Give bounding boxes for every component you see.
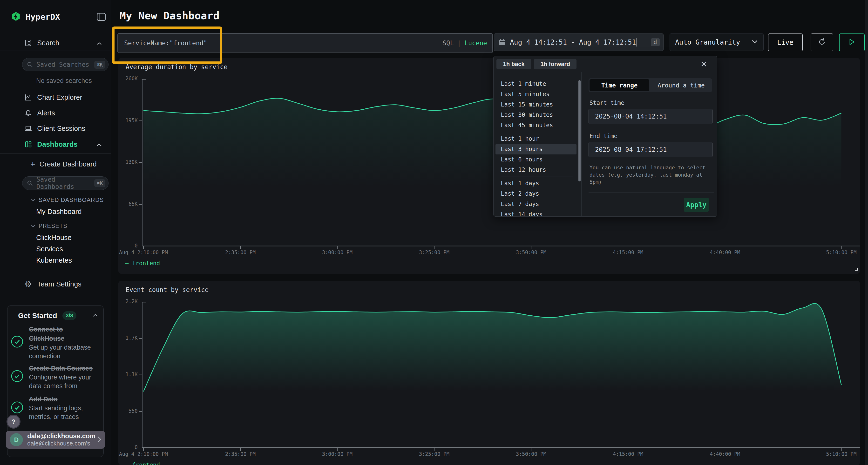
chart-panel-avg-duration[interactable]: Average duration by service 065K130K195K… <box>118 58 860 274</box>
sidebar-item-kubernetes[interactable]: Kubernetes <box>36 256 72 264</box>
y-tick-label: 0 <box>134 243 138 248</box>
y-tick-label: 2.2K <box>125 299 138 304</box>
chevron-up-icon <box>96 39 102 47</box>
relative-time-option[interactable]: Last 1 days <box>495 178 577 189</box>
relative-time-option[interactable]: Last 1 hour <box>495 134 577 144</box>
help-button[interactable]: ? <box>6 414 21 429</box>
tab-around-a-time[interactable]: Around a time <box>651 79 711 91</box>
sidebar-item-services[interactable]: Services <box>36 245 63 253</box>
x-tick-label: 5:10:00 PM <box>826 250 857 255</box>
shortcut-badge: ⌘K <box>94 179 105 187</box>
relative-time-option[interactable]: Last 2 days <box>495 189 577 199</box>
relative-time-option[interactable]: Last 45 minutes <box>495 120 577 131</box>
relative-time-option[interactable]: Last 15 minutes <box>495 100 577 110</box>
lucene-mode-button[interactable]: Lucene <box>464 39 487 47</box>
calendar-icon <box>499 38 506 46</box>
section-presets[interactable]: PRESETS <box>31 223 67 229</box>
app-name: HyperDX <box>26 12 60 22</box>
start-time-input[interactable]: 2025-08-04 14:12:51 <box>589 109 712 124</box>
refresh-button[interactable] <box>811 33 833 51</box>
y-tick-label: 65K <box>128 201 138 207</box>
x-tick-label: 2:35:00 PM <box>225 451 255 457</box>
x-tick-label: Aug 4 2:10:00 PM <box>119 451 168 457</box>
y-tick-label: 130K <box>125 159 138 165</box>
no-saved-searches-text: No saved searches <box>36 77 92 85</box>
sidebar-item-my-dashboard[interactable]: My Dashboard <box>36 208 82 215</box>
sidebar-item-label: Dashboards <box>37 140 78 148</box>
live-button[interactable]: Live <box>768 33 803 51</box>
end-time-input[interactable]: 2025-08-04 17:12:51 <box>589 142 712 157</box>
relative-time-option[interactable]: Last 12 hours <box>495 165 577 175</box>
laptop-icon <box>24 124 32 133</box>
chevron-up-icon[interactable] <box>93 313 98 318</box>
close-icon[interactable]: ✕ <box>701 60 707 68</box>
divider <box>494 72 717 72</box>
granularity-select[interactable]: Auto Granularity <box>670 33 764 51</box>
legend-label: frontend <box>132 462 160 465</box>
checklist-item[interactable]: Add Data Start sending logs, metrics, or… <box>29 395 96 421</box>
shift-back-button[interactable]: 1h back <box>496 59 531 69</box>
relative-time-option[interactable]: Last 7 days <box>495 199 577 209</box>
relative-time-option[interactable]: Last 3 hours <box>495 144 577 155</box>
sidebar-item-label: Client Sessions <box>37 125 85 133</box>
relative-time-option[interactable]: Last 30 minutes <box>495 110 577 120</box>
sidebar-item-clickhouse[interactable]: ClickHouse <box>36 234 72 242</box>
relative-time-option[interactable]: Last 14 days <box>495 209 577 217</box>
create-dashboard-button[interactable]: + Create Dashboard <box>30 160 97 169</box>
live-label: Live <box>777 38 793 46</box>
user-account-chip[interactable]: D dale@clickhouse.com dale@clickhouse.co… <box>6 431 105 449</box>
resize-handle-icon[interactable] <box>854 267 858 272</box>
chevron-up-icon <box>96 140 102 148</box>
get-started-badge: 3/3 <box>62 311 77 320</box>
sidebar-item-client-sessions[interactable]: Client Sessions <box>0 122 111 135</box>
help-label: ? <box>11 418 16 426</box>
plus-icon: + <box>30 160 35 169</box>
chart-panel-event-count[interactable]: Event count by service 05501.1K1.7K2.2K … <box>118 281 860 465</box>
saved-dashboards-placeholder: Saved Dashboards <box>36 176 94 190</box>
section-saved-dashboards[interactable]: SAVED DASHBOARDS <box>31 197 104 203</box>
tab-time-range[interactable]: Time range <box>590 79 649 91</box>
page-edge-scroll-gutter[interactable] <box>865 0 868 465</box>
check-circle-icon <box>11 401 23 414</box>
end-time-value: 2025-08-04 17:12:51 <box>595 146 667 153</box>
get-started-header[interactable]: Get Started 3/3 <box>18 311 98 320</box>
sidebar-item-alerts[interactable]: Alerts <box>0 106 111 120</box>
play-icon <box>849 38 855 46</box>
shortcut-badge: ⌘K <box>94 61 105 69</box>
shift-forward-button[interactable]: 1h forward <box>534 59 577 69</box>
relative-time-option[interactable]: Last 6 hours <box>495 155 577 165</box>
sidebar-item-team-settings[interactable]: ⚙ Team Settings <box>0 277 111 291</box>
x-tick-label: 3:50:00 PM <box>516 250 546 255</box>
x-tick-label: 4:15:00 PM <box>613 451 643 457</box>
check-circle-icon <box>11 335 23 349</box>
run-query-button[interactable] <box>839 33 865 51</box>
dashboards-icon <box>24 140 32 148</box>
time-range-input[interactable]: Aug 4 14:12:51 - Aug 4 17:12:51 d <box>494 33 663 51</box>
mode-separator: | <box>457 39 461 47</box>
apply-button[interactable]: Apply <box>684 198 709 212</box>
chart-legend[interactable]: — frontend <box>125 462 160 465</box>
sidebar-item-label: Chart Explorer <box>37 94 82 101</box>
sidebar-item-label: Team Settings <box>37 280 82 288</box>
sql-mode-button[interactable]: SQL <box>442 39 454 47</box>
app-logo[interactable]: HyperDX <box>11 11 60 22</box>
scrollbar[interactable] <box>579 80 581 181</box>
x-tick-label: 4:15:00 PM <box>613 250 643 255</box>
hyperdx-logo-icon <box>11 11 21 22</box>
relative-time-option[interactable]: Last 1 minute <box>495 79 577 89</box>
granularity-value: Auto Granularity <box>675 38 740 46</box>
checklist-item[interactable]: Create Data Sources Configure where your… <box>29 364 96 390</box>
saved-searches-input[interactable]: Saved Searches ⌘K <box>22 58 108 71</box>
create-dashboard-label: Create Dashboard <box>39 160 97 168</box>
chart-legend[interactable]: — frontend <box>125 260 160 267</box>
saved-dashboards-input[interactable]: Saved Dashboards ⌘K <box>22 176 108 190</box>
sidebar-collapse-icon[interactable] <box>96 12 106 22</box>
legend-swatch: — <box>125 462 132 465</box>
sidebar-item-search[interactable]: Search <box>0 36 111 50</box>
sidebar-item-chart-explorer[interactable]: Chart Explorer <box>0 90 111 104</box>
x-tick-label: 2:35:00 PM <box>225 250 255 255</box>
checklist-item[interactable]: Connect to ClickHouse Set up your databa… <box>29 325 94 360</box>
relative-time-option[interactable]: Last 5 minutes <box>495 89 577 100</box>
divider <box>0 51 111 51</box>
sidebar-item-dashboards[interactable]: Dashboards <box>0 137 111 151</box>
